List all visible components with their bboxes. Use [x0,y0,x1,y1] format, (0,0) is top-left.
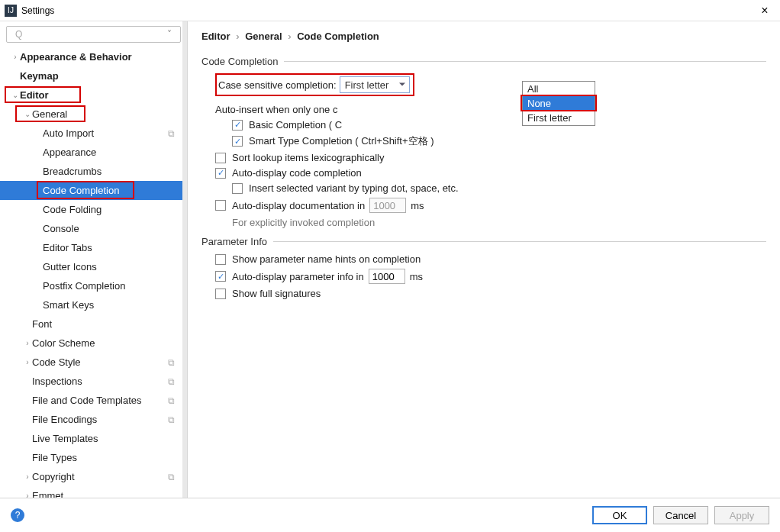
auto-insert-label: Auto-insert when only one c [215,104,337,115]
tree-item-label: Editor Tabs [43,242,175,253]
tree-item-file-types[interactable]: File Types [0,448,187,467]
checkbox-basic-completion[interactable] [232,120,243,131]
section-parameter-info: Parameter Info [201,236,766,247]
tree-item-label: File Types [32,452,175,463]
tree-item-label: Font [32,318,175,330]
tree-item-live-templates[interactable]: Live Templates [0,429,187,448]
settings-sidebar: Q ˅ ›Appearance & BehaviorKeymap⌄Editor⌄… [0,21,188,498]
tree-item-label: Editor [20,89,175,101]
tree-item-label: File Encodings [32,414,168,425]
tree-item-font[interactable]: Font [0,314,187,334]
tree-item-code-folding[interactable]: Code Folding [0,200,187,219]
tree-arrow-icon: › [23,492,32,498]
auto-doc-label-suf: ms [411,200,424,211]
tree-item-auto-import[interactable]: Auto Import⧉ [0,124,187,143]
case-sensitive-dropdown-popup[interactable]: All None First letter [522,81,595,126]
tree-item-file-and-code-templates[interactable]: File and Code Templates⧉ [0,391,187,410]
tree-item-label: Console [43,223,175,234]
tree-item-keymap[interactable]: Keymap [0,66,187,85]
copy-scope-icon: ⧉ [168,128,175,139]
ok-button[interactable]: OK [592,506,647,524]
tree-item-label: Postfix Completion [43,280,175,292]
tree-item-console[interactable]: Console [0,219,187,238]
tree-item-label: Gutter Icons [43,261,175,272]
checkbox-auto-display-completion[interactable] [215,168,226,179]
tree-arrow-icon: › [23,472,32,481]
tree-item-label: Color Scheme [32,337,175,349]
checkbox-auto-param-info[interactable] [215,271,226,282]
copy-scope-icon: ⧉ [168,472,175,482]
tree-item-inspections[interactable]: Inspections⧉ [0,372,187,391]
apply-button[interactable]: Apply [714,506,769,524]
help-icon[interactable]: ? [11,508,24,522]
main-panel: Editor › General › Code Completion Code … [188,21,780,498]
tree-item-label: Breadcrumbs [43,166,175,177]
checkbox-auto-doc[interactable] [215,200,226,211]
checkbox-smart-completion[interactable] [232,136,243,147]
tree-item-label: Appearance [43,147,175,158]
tree-item-code-style[interactable]: ›Code Style⧉ [0,353,187,372]
tree-arrow-icon: › [23,339,32,347]
checkbox-show-param-hints[interactable] [215,254,226,265]
copy-scope-icon: ⧉ [168,376,175,387]
tree-item-label: Code Style [32,356,168,368]
tree-arrow-icon: › [11,53,20,61]
checkbox-insert-dot[interactable] [232,183,243,194]
tree-item-gutter-icons[interactable]: Gutter Icons [0,257,187,276]
breadcrumb-item[interactable]: General [245,31,282,42]
tree-item-label: Code Completion [43,185,175,196]
auto-doc-label-pre: Auto-display documentation in [232,200,365,211]
dropdown-option-first-letter[interactable]: First letter [523,111,595,125]
tree-item-label: Copyright [32,471,168,482]
tree-item-emmet[interactable]: ›Emmet [0,486,187,498]
tree-item-code-completion[interactable]: Code Completion [0,181,187,200]
dropdown-option-none[interactable]: None [523,96,595,111]
checkbox-sort-lex[interactable] [215,153,226,163]
section-code-completion: Code Completion [201,56,766,67]
basic-completion-label: Basic Completion ( C [249,119,342,131]
tree-item-label: Inspections [32,376,168,387]
chevron-right-icon: › [288,31,291,42]
tree-item-label: Auto Import [43,127,168,139]
auto-doc-ms-input[interactable] [369,198,406,213]
tree-item-file-encodings[interactable]: File Encodings⧉ [0,410,187,429]
smart-completion-label: Smart Type Completion ( Ctrl+Shift+空格 ) [249,134,434,148]
tree-item-label: Appearance & Behavior [20,51,175,63]
copy-scope-icon: ⧉ [168,395,175,406]
tree-item-label: Code Folding [43,204,175,215]
settings-tree[interactable]: ›Appearance & BehaviorKeymap⌄Editor⌄Gene… [0,47,187,498]
tree-item-appearance-behavior[interactable]: ›Appearance & Behavior [0,47,187,66]
search-input[interactable] [6,26,181,43]
tree-item-breadcrumbs[interactable]: Breadcrumbs [0,162,187,181]
tree-item-label: Smart Keys [43,299,175,311]
case-sensitive-dropdown[interactable]: First letter [340,76,410,93]
insert-dot-label: Insert selected variant by typing dot, s… [249,182,459,194]
checkbox-full-signatures[interactable] [215,289,226,299]
close-icon[interactable]: × [754,4,775,18]
tree-item-appearance[interactable]: Appearance [0,143,187,162]
breadcrumb-item[interactable]: Editor [201,31,230,42]
chevron-right-icon: › [236,31,239,42]
cancel-button[interactable]: Cancel [653,506,708,524]
dialog-footer: ? OK Cancel Apply [0,498,780,532]
tree-item-color-scheme[interactable]: ›Color Scheme [0,334,187,353]
tree-item-label: Keymap [20,70,175,82]
full-signatures-label: Show full signatures [232,288,321,299]
tree-item-postfix-completion[interactable]: Postfix Completion [0,276,187,295]
sort-lex-label: Sort lookup items lexicographically [232,152,384,163]
dropdown-option-all[interactable]: All [523,82,595,96]
tree-item-label: Live Templates [32,433,175,444]
tree-item-editor-tabs[interactable]: Editor Tabs [0,238,187,257]
copy-scope-icon: ⧉ [168,357,175,368]
tree-item-general[interactable]: ⌄General [0,105,187,124]
auto-param-ms-input[interactable] [369,269,405,284]
search-icon: Q [15,29,22,40]
tree-item-label: Emmet [32,490,175,498]
tree-item-smart-keys[interactable]: Smart Keys [0,295,187,314]
breadcrumb: Editor › General › Code Completion [201,31,766,42]
search-dropdown-icon[interactable]: ˅ [167,29,172,40]
tree-item-editor[interactable]: ⌄Editor [0,85,187,105]
auto-doc-hint: For explicitly invoked completion [232,217,766,228]
tree-item-copyright[interactable]: ›Copyright⧉ [0,467,187,486]
tree-item-label: File and Code Templates [32,395,168,406]
